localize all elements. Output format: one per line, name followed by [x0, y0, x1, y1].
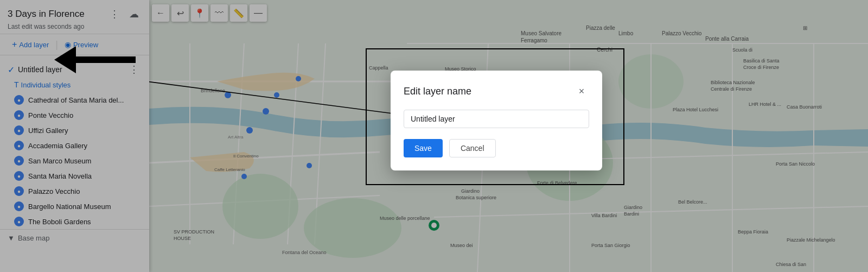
layer-name-input[interactable] — [404, 110, 589, 128]
modal-overlay: Edit layer name × Save Cancel — [0, 0, 868, 272]
modal-header: Edit layer name × — [404, 84, 589, 99]
modal-dialog: Edit layer name × Save Cancel — [391, 71, 602, 170]
modal-actions: Save Cancel — [404, 139, 589, 157]
cancel-button[interactable]: Cancel — [449, 139, 496, 157]
modal-title: Edit layer name — [404, 86, 471, 97]
modal-close-button[interactable]: × — [574, 84, 589, 99]
save-button[interactable]: Save — [404, 139, 443, 157]
